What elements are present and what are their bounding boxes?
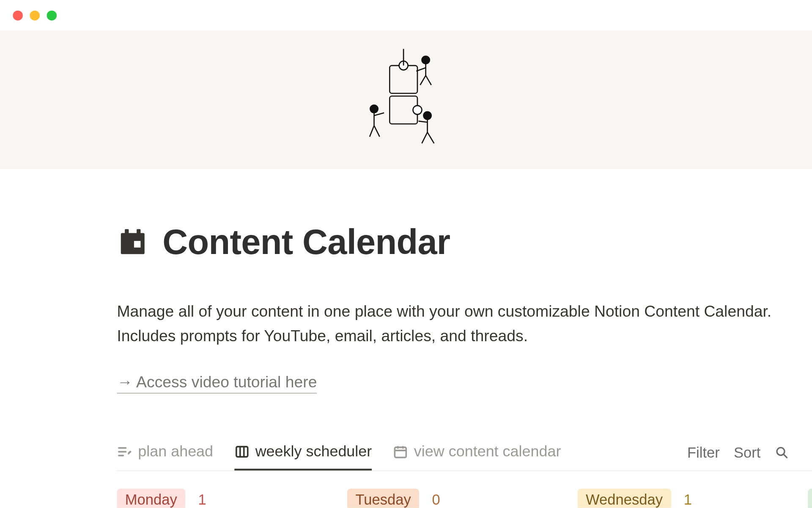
search-icon[interactable]: [775, 445, 789, 459]
svg-line-12: [374, 113, 384, 116]
column-chip: Monday: [117, 489, 185, 508]
column-wednesday[interactable]: Wednesday 1: [578, 485, 794, 508]
column-thursday[interactable]: Thursday 1: [808, 485, 812, 508]
cover-illustration: [351, 40, 462, 160]
svg-line-19: [427, 132, 434, 143]
svg-point-10: [370, 105, 378, 112]
traffic-light-close[interactable]: [13, 10, 22, 20]
board-icon: [234, 444, 250, 459]
svg-rect-21: [125, 229, 129, 235]
column-count: 1: [198, 491, 206, 508]
calendar-icon: [393, 444, 408, 459]
tab-label: view content calendar: [414, 442, 561, 461]
column-chip: Thursday: [808, 489, 812, 508]
svg-line-17: [418, 121, 427, 122]
list-edit-icon: [117, 444, 132, 459]
svg-point-34: [777, 448, 785, 456]
tab-weekly-scheduler[interactable]: weekly scheduler: [234, 435, 372, 470]
column-count: 1: [684, 491, 692, 508]
svg-point-5: [422, 56, 429, 64]
svg-line-8: [420, 75, 425, 85]
tab-label: weekly scheduler: [255, 442, 372, 461]
svg-rect-22: [137, 229, 140, 235]
svg-line-14: [374, 125, 379, 136]
column-chip: Wednesday: [578, 489, 671, 508]
svg-line-13: [369, 125, 374, 136]
traffic-light-minimize[interactable]: [30, 10, 39, 20]
svg-rect-23: [134, 240, 141, 247]
tab-view-content-calendar[interactable]: view content calendar: [393, 435, 561, 470]
svg-line-9: [425, 75, 431, 85]
tab-plan-ahead[interactable]: plan ahead: [117, 435, 213, 470]
sort-button[interactable]: Sort: [734, 444, 760, 461]
column-count: 0: [432, 491, 440, 508]
page-description[interactable]: Manage all of your content in one place …: [117, 300, 812, 349]
svg-line-18: [422, 132, 427, 143]
column-monday[interactable]: Monday 1: [117, 485, 333, 508]
svg-rect-30: [395, 447, 406, 457]
column-chip: Tuesday: [347, 489, 419, 508]
column-tuesday[interactable]: Tuesday 0: [347, 485, 563, 508]
filter-button[interactable]: Filter: [687, 444, 720, 461]
tutorial-link[interactable]: → Access video tutorial here: [117, 373, 317, 393]
page-cover: [0, 30, 812, 169]
svg-point-15: [423, 111, 431, 119]
svg-rect-27: [236, 447, 247, 457]
svg-rect-20: [121, 233, 145, 254]
page-title[interactable]: Content Calendar: [162, 222, 450, 262]
board-columns: Monday 1 Tuesday 0 Wednesday 1 Thursday …: [117, 485, 812, 508]
svg-line-35: [784, 455, 787, 458]
traffic-light-zoom[interactable]: [47, 10, 57, 20]
tab-label: plan ahead: [138, 442, 213, 461]
database-views-bar: plan ahead weekly scheduler: [117, 435, 812, 471]
window-titlebar: [0, 0, 812, 30]
page-icon-calendar: [117, 226, 148, 258]
svg-point-3: [413, 105, 422, 114]
